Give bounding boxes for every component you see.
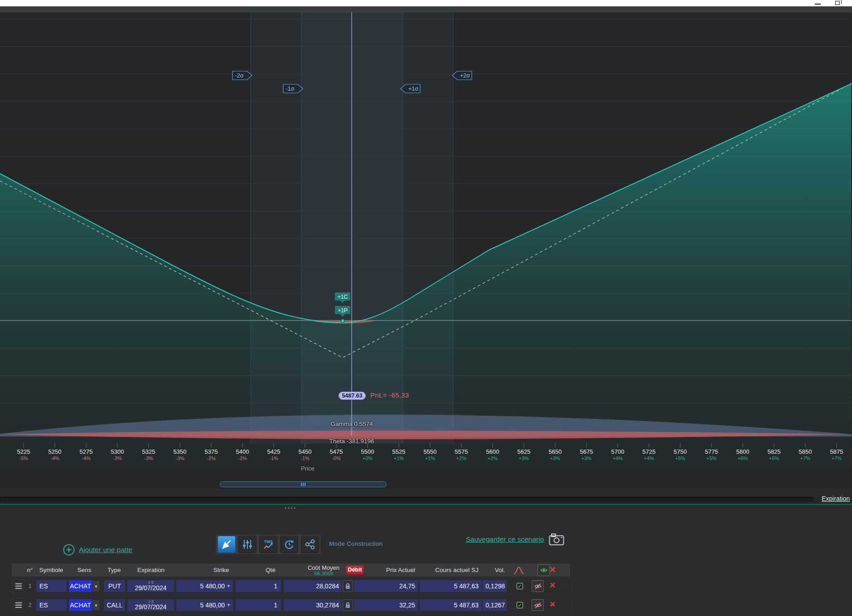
- leg-row: 1 ES ACHAT ▼ PUT J-3 29/07/2024 5 480,00…: [12, 579, 570, 593]
- header-strike: Strike: [213, 567, 229, 573]
- price-axis-title: Price: [301, 465, 315, 472]
- axis-price-label: 5575: [447, 448, 475, 455]
- header-num: n°: [27, 567, 33, 573]
- delete-leg-button[interactable]: ✕: [549, 581, 556, 590]
- payoff-chart[interactable]: -2σ -1σ +1σ +2σ +1C +1P: [0, 12, 852, 481]
- eye-slash-icon: [533, 601, 543, 610]
- eye-slash-icon: [533, 582, 543, 591]
- sliders-tool-button[interactable]: [238, 536, 257, 553]
- axis-pct-label: +5%: [697, 456, 726, 461]
- expiration-link[interactable]: Expiration: [822, 495, 850, 502]
- symbole-field[interactable]: ES: [36, 580, 67, 592]
- plus-circle-icon[interactable]: [63, 543, 75, 556]
- type-field[interactable]: PUT: [104, 580, 125, 592]
- qte-field[interactable]: 1: [236, 580, 281, 592]
- app-window: -2σ -1σ +1σ +2σ +1C +1P 5487.63 PnL= -65…: [0, 0, 852, 616]
- sens-dropdown-arrow[interactable]: ▼: [92, 599, 100, 611]
- axis-price-label: 5500: [353, 448, 382, 455]
- minimize-icon[interactable]: [815, 4, 821, 5]
- history-button[interactable]: [280, 536, 298, 553]
- axis-price-label: 5425: [260, 448, 288, 455]
- theta-readout: Theta -381.9196: [329, 438, 374, 445]
- distribution-curve-icon[interactable]: [513, 565, 525, 576]
- axis-pct-label: +2%: [479, 456, 507, 461]
- delete-leg-button[interactable]: ✕: [549, 600, 556, 609]
- lock-button[interactable]: [343, 599, 353, 611]
- lock-button[interactable]: [343, 580, 353, 592]
- sens-dropdown-arrow[interactable]: ▼: [92, 580, 100, 592]
- strike-field[interactable]: 5 480,00▼: [176, 580, 233, 592]
- prix-actuel-field[interactable]: 24,75: [354, 580, 418, 592]
- restore-icon[interactable]: [835, 1, 840, 5]
- row-menu-button[interactable]: [13, 580, 24, 592]
- strike-dropdown-arrow[interactable]: ▼: [227, 599, 231, 611]
- axis-price-label: 5250: [41, 448, 69, 455]
- cout-moyen-field[interactable]: 30,2784: [284, 599, 342, 611]
- lock-icon: [345, 601, 351, 609]
- cout-moyen-field[interactable]: 28,0284: [284, 580, 342, 592]
- axis-price-label: 5625: [510, 448, 538, 455]
- vol-field[interactable]: 0,1298: [482, 580, 507, 592]
- row-menu-button[interactable]: [13, 599, 24, 611]
- axis-price-label: 5275: [72, 448, 100, 455]
- svg-text:+2σ: +2σ: [460, 73, 470, 79]
- save-scenario-link[interactable]: Sauvegarder ce scenario: [466, 535, 544, 543]
- header-cours-sj: Cours actuel SJ: [435, 567, 478, 573]
- tws-chart-button[interactable]: TWS: [259, 536, 277, 553]
- row-number: 1: [29, 583, 32, 589]
- sens-field[interactable]: ACHAT: [69, 599, 92, 611]
- sens-field[interactable]: ACHAT: [69, 580, 92, 592]
- chart-scrollbar-thumb[interactable]: [220, 481, 387, 487]
- axis-pct-label: -4%: [41, 456, 69, 461]
- expiration-field[interactable]: J-3 29/07/2024: [127, 580, 174, 592]
- axis-price-label: 5400: [228, 448, 257, 455]
- axis-pct-label: +5%: [666, 456, 694, 461]
- vol-field[interactable]: 0,1267: [482, 599, 507, 611]
- axis-pct-label: +4%: [635, 456, 663, 461]
- axis-pct-label: +3%: [572, 456, 600, 461]
- gamma-readout: Gamma 0.5574: [330, 421, 373, 427]
- debit-toggle-badge[interactable]: Débit: [345, 565, 364, 575]
- axis-price-label: 5775: [697, 448, 726, 455]
- leg-row: 2 ES ACHAT ▼ CALL J-3 29/07/2024 5 480,0…: [12, 598, 570, 612]
- menu-strip: [0, 6, 852, 12]
- add-leg-link[interactable]: Ajouter une patte: [79, 546, 132, 554]
- hide-leg-button[interactable]: [532, 580, 544, 592]
- eye-icon: [539, 566, 549, 574]
- construction-tool-button[interactable]: [218, 536, 236, 553]
- delete-all-button[interactable]: ✕: [549, 565, 556, 575]
- pnl-readout: PnL= -65,33: [370, 391, 409, 399]
- hide-leg-button[interactable]: [532, 599, 544, 611]
- share-button[interactable]: [301, 536, 319, 553]
- axis-pct-label: -3%: [135, 456, 163, 461]
- legs-table: n° Symbole Sens Type Expiration Strike Q…: [12, 563, 570, 613]
- prix-actuel-field[interactable]: 32,25: [354, 599, 418, 611]
- axis-price-label: 5675: [572, 448, 600, 455]
- strike-dropdown-arrow[interactable]: ▼: [227, 580, 231, 592]
- header-cout-total: 58,3068: [314, 571, 333, 576]
- strike-field[interactable]: 5 480,00▼: [176, 599, 233, 611]
- mode-construction-label: Mode Construction: [329, 540, 382, 547]
- header-cout-moyen: Coût Moyen: [308, 564, 339, 571]
- qte-field[interactable]: 1: [236, 599, 281, 611]
- camera-icon[interactable]: [549, 533, 565, 546]
- header-expiration: Expiration: [137, 567, 165, 573]
- axis-pct-label: -0%: [322, 456, 350, 461]
- leg-enabled-checkbox[interactable]: ✓: [517, 583, 523, 589]
- strike-marker-dot[interactable]: [341, 320, 344, 323]
- leg-enabled-checkbox[interactable]: ✓: [517, 602, 523, 608]
- symbole-field[interactable]: ES: [36, 599, 67, 611]
- expiration-field[interactable]: J-3 29/07/2024: [127, 599, 174, 611]
- header-prix-actuel: Prix Actuel: [386, 567, 415, 573]
- svg-text:+1C: +1C: [338, 294, 348, 300]
- axis-pct-label: +4%: [604, 456, 632, 461]
- axis-pct-label: +3%: [541, 456, 569, 461]
- splitter-groove[interactable]: [0, 497, 813, 502]
- cours-sj-field[interactable]: 5 487,63: [420, 580, 481, 592]
- type-field[interactable]: CALL: [104, 599, 125, 611]
- splitter-grip-dots[interactable]: ····: [285, 504, 297, 512]
- share-nodes-icon: [304, 538, 316, 550]
- show-all-legs-button[interactable]: [537, 564, 550, 576]
- axis-price-label: 5825: [760, 448, 788, 455]
- cours-sj-field[interactable]: 5 487,63: [420, 599, 481, 611]
